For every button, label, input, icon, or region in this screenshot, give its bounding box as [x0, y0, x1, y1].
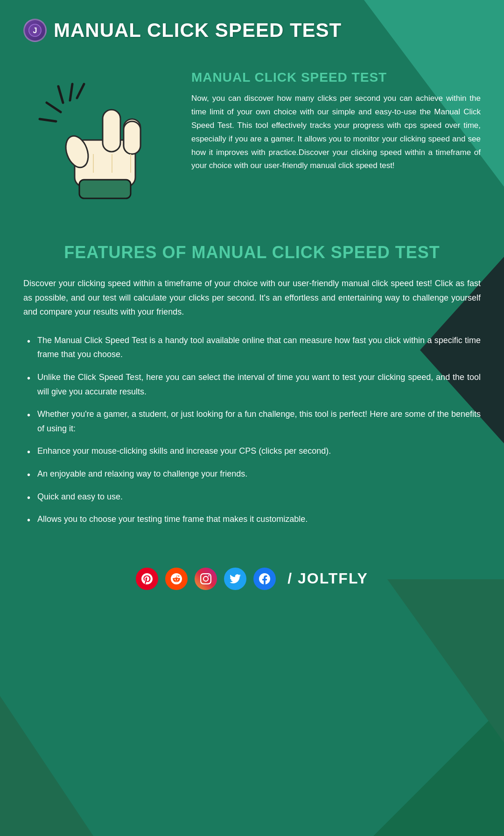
svg-rect-11: [124, 121, 140, 154]
svg-rect-8: [79, 180, 131, 198]
brand-text: / JOLTFLY: [287, 570, 368, 587]
features-list: The Manual Click Speed Test is a handy t…: [23, 333, 481, 527]
list-item: Allows you to choose your testing time f…: [23, 512, 481, 527]
pinterest-icon[interactable]: [136, 568, 158, 590]
svg-line-2: [47, 103, 61, 112]
list-item: An enjoyable and relaxing way to challen…: [23, 467, 481, 481]
svg-line-5: [70, 84, 72, 100]
twitter-icon[interactable]: [224, 568, 246, 590]
intro-paragraph: Now, you can discover how many clicks pe…: [191, 92, 481, 173]
logo-icon: J: [23, 19, 47, 42]
hand-illustration: [23, 65, 173, 205]
geo-decoration-left: [0, 696, 93, 836]
svg-rect-9: [103, 110, 120, 152]
features-intro-paragraph: Discover your clicking speed within a ti…: [23, 276, 481, 319]
instagram-icon[interactable]: [195, 568, 217, 590]
svg-line-6: [77, 84, 84, 98]
svg-text:J: J: [33, 27, 37, 35]
reddit-icon[interactable]: [165, 568, 188, 590]
footer: / JOLTFLY: [0, 554, 504, 613]
geo-decoration-bottom-right: [373, 705, 504, 836]
header: J MANUAL CLICK SPEED TEST: [0, 0, 504, 56]
features-section: FEATURES OF MANUAL CLICK SPEED TEST Disc…: [0, 233, 504, 554]
list-item: Quick and easy to use.: [23, 490, 481, 504]
features-heading: FEATURES OF MANUAL CLICK SPEED TEST: [23, 243, 481, 262]
intro-section: MANUAL CLICK SPEED TEST Now, you can dis…: [0, 56, 504, 233]
intro-heading: MANUAL CLICK SPEED TEST: [191, 70, 481, 85]
svg-line-3: [40, 119, 56, 121]
list-item: Whether you're a gamer, a student, or ju…: [23, 407, 481, 436]
list-item: Unlike the Click Speed Test, here you ca…: [23, 370, 481, 399]
list-item: Enhance your mouse-clicking skills and i…: [23, 444, 481, 458]
intro-text-block: MANUAL CLICK SPEED TEST Now, you can dis…: [191, 65, 481, 173]
page-title: MANUAL CLICK SPEED TEST: [54, 19, 342, 42]
svg-line-4: [58, 86, 63, 103]
logo-letter: J: [28, 24, 42, 37]
facebook-icon[interactable]: [253, 568, 276, 590]
list-item: The Manual Click Speed Test is a handy t…: [23, 333, 481, 362]
